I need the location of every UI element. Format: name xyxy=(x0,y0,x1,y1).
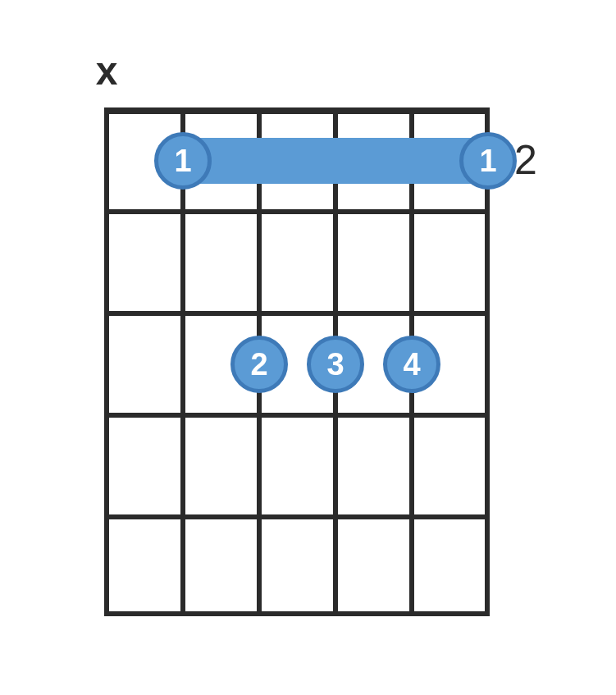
string-6 xyxy=(104,107,109,616)
starting-fret-label: 2 xyxy=(514,136,537,184)
finger-label: 1 xyxy=(479,145,496,176)
finger-label: 2 xyxy=(250,349,267,380)
fret-line-3 xyxy=(104,413,490,418)
chord-diagram: x 2 1 1 2 3 xyxy=(0,0,616,695)
mute-mark-string6: x xyxy=(96,52,118,91)
finger-dot-1-string1: 1 xyxy=(459,132,517,190)
finger-dot-2-string4: 2 xyxy=(230,336,288,393)
fret-line-2 xyxy=(104,311,490,316)
fret-line-4 xyxy=(104,514,490,519)
fret-line-5 xyxy=(104,611,490,616)
fret-line-1 xyxy=(104,209,490,214)
nut-line xyxy=(104,107,490,114)
finger-dot-3-string3: 3 xyxy=(307,336,364,393)
finger-dot-4-string2: 4 xyxy=(383,336,440,393)
finger-dot-1-string5: 1 xyxy=(154,132,212,190)
fretboard: 1 1 2 3 4 xyxy=(104,107,490,616)
barre-finger1 xyxy=(183,138,490,184)
finger-label: 3 xyxy=(326,349,344,380)
finger-label: 1 xyxy=(174,145,191,176)
finger-label: 4 xyxy=(403,349,420,380)
